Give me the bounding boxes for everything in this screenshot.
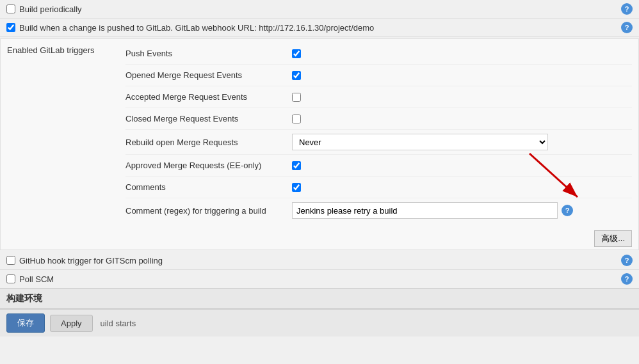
approved-merge-control bbox=[292, 161, 301, 170]
build-env-header: 构建环境 bbox=[0, 289, 639, 309]
github-hook-row: GitHub hook trigger for GITScm polling ? bbox=[0, 251, 639, 270]
enabled-gitlab-triggers-label: Enabled GitLab triggers bbox=[7, 43, 125, 55]
accepted-merge-checkbox[interactable] bbox=[292, 93, 301, 102]
rebuild-open-label: Rebuild open Merge Requests bbox=[125, 138, 292, 147]
gitlab-triggers-col: Push Events Opened Merge Request Events … bbox=[125, 43, 632, 223]
push-events-label: Push Events bbox=[125, 49, 292, 58]
trigger-row-push-events: Push Events bbox=[125, 43, 632, 65]
opened-merge-label: Opened Merge Request Events bbox=[125, 70, 292, 80]
rebuild-open-select[interactable]: Never On push to source branch On push t… bbox=[292, 134, 548, 150]
github-hook-label: GitHub hook trigger for GITScm polling bbox=[6, 256, 621, 265]
apply-button[interactable]: Apply bbox=[50, 315, 93, 332]
build-gitlab-help-icon[interactable]: ? bbox=[621, 22, 633, 33]
comments-checkbox[interactable] bbox=[292, 183, 301, 192]
gitlab-triggers-row: Enabled GitLab triggers Push Events Open… bbox=[1, 39, 638, 226]
push-events-checkbox[interactable] bbox=[292, 49, 301, 58]
build-periodically-text: Build periodically bbox=[19, 4, 82, 14]
build-gitlab-text: Build when a change is pushed to GitLab.… bbox=[19, 23, 374, 33]
closed-merge-label: Closed Merge Request Events bbox=[125, 114, 292, 123]
comment-regex-control: ? bbox=[292, 202, 573, 219]
build-gitlab-checkbox[interactable] bbox=[6, 23, 15, 32]
github-hook-text: GitHub hook trigger for GITScm polling bbox=[19, 256, 163, 265]
poll-scm-help-icon[interactable]: ? bbox=[621, 273, 633, 285]
main-content: Build periodically ? Build when a change… bbox=[0, 0, 639, 336]
comment-regex-label: Comment (regex) for triggering a build bbox=[125, 206, 292, 216]
trigger-row-opened-merge: Opened Merge Request Events bbox=[125, 65, 632, 86]
trigger-row-comment-regex: Comment (regex) for triggering a build ? bbox=[125, 198, 632, 223]
approved-merge-checkbox[interactable] bbox=[292, 161, 301, 170]
build-starts-text: uild starts bbox=[101, 319, 136, 328]
trigger-row-approved-merge: Approved Merge Requests (EE-only) bbox=[125, 155, 632, 177]
trigger-row-comments: Comments bbox=[125, 177, 632, 198]
build-periodically-help-icon[interactable]: ? bbox=[621, 3, 633, 15]
trigger-row-closed-merge: Closed Merge Request Events bbox=[125, 108, 632, 130]
github-hook-help-icon[interactable]: ? bbox=[621, 255, 633, 266]
comments-control bbox=[292, 183, 301, 192]
poll-scm-row: Poll SCM ? bbox=[0, 270, 639, 289]
comments-label: Comments bbox=[125, 182, 292, 192]
poll-scm-checkbox[interactable] bbox=[6, 274, 15, 283]
poll-scm-text: Poll SCM bbox=[19, 274, 54, 284]
build-gitlab-label: Build when a change is pushed to GitLab.… bbox=[6, 23, 621, 33]
advanced-button[interactable]: 高级... bbox=[594, 230, 632, 247]
build-gitlab-row: Build when a change is pushed to GitLab.… bbox=[0, 19, 639, 37]
footer: 保存 Apply uild starts bbox=[0, 309, 639, 336]
rebuild-open-control: Never On push to source branch On push t… bbox=[292, 134, 548, 150]
build-periodically-checkbox[interactable] bbox=[6, 4, 15, 13]
trigger-row-accepted-merge: Accepted Merge Request Events bbox=[125, 86, 632, 108]
push-events-control bbox=[292, 49, 301, 58]
build-periodically-label: Build periodically bbox=[6, 4, 621, 14]
comment-regex-help-icon[interactable]: ? bbox=[562, 205, 573, 216]
trigger-row-rebuild-open: Rebuild open Merge Requests Never On pus… bbox=[125, 130, 632, 155]
accepted-merge-control bbox=[292, 93, 301, 102]
poll-scm-label: Poll SCM bbox=[6, 274, 621, 284]
closed-merge-control bbox=[292, 115, 301, 123]
opened-merge-checkbox[interactable] bbox=[292, 71, 301, 80]
comment-regex-input[interactable] bbox=[292, 202, 558, 219]
github-hook-checkbox[interactable] bbox=[6, 256, 15, 265]
save-button[interactable]: 保存 bbox=[6, 313, 45, 333]
closed-merge-checkbox[interactable] bbox=[292, 115, 301, 123]
accepted-merge-label: Accepted Merge Request Events bbox=[125, 92, 292, 102]
approved-merge-label: Approved Merge Requests (EE-only) bbox=[125, 161, 292, 170]
gitlab-section: Enabled GitLab triggers Push Events Open… bbox=[0, 38, 639, 250]
opened-merge-control bbox=[292, 71, 301, 80]
build-periodically-row: Build periodically ? bbox=[0, 0, 639, 19]
advanced-row: 高级... bbox=[1, 226, 638, 249]
